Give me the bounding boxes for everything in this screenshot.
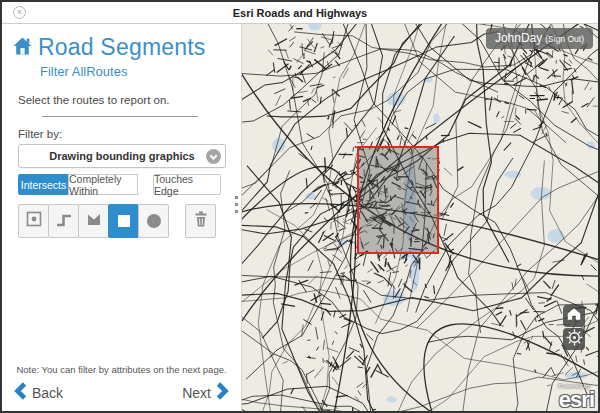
sign-out-button[interactable]: JohnDay (Sign Out) [486,28,593,49]
user-name: JohnDay [495,31,542,45]
page-title: Road Segments [38,34,206,61]
circle-icon [147,214,161,228]
back-button[interactable]: Back [14,382,63,403]
map-controls [563,305,585,350]
window-title: Esri Roads and Highways [233,7,367,19]
filter-by-label: Filter by: [18,128,225,140]
point-icon [25,210,43,232]
home-icon [12,36,33,60]
next-label: Next [182,385,211,401]
draw-polyline-button[interactable] [48,204,79,238]
window-titlebar: × Esri Roads and Highways [2,2,598,24]
clear-graphics-button[interactable] [185,204,216,238]
home-icon [566,306,582,326]
page-subtitle: Filter AllRoutes [40,64,225,79]
esri-logo: Powered by esri [558,383,594,411]
polygon-icon [85,210,103,232]
draw-point-button[interactable] [18,204,49,238]
close-icon[interactable]: × [13,6,26,19]
tab-intersects[interactable]: Intersects [18,174,69,195]
chevron-right-icon [216,382,229,403]
home-extent-button[interactable] [563,305,585,327]
locate-icon [566,329,583,350]
note-text: Note: You can filter by attributes on th… [2,364,241,375]
instruction-text: Select the routes to report on. [18,94,225,106]
next-button[interactable]: Next [182,382,229,403]
draw-toolbar [18,204,222,238]
rectangle-icon [118,215,130,227]
trash-icon [192,210,210,232]
spatial-relation-tabs: Intersects Completely Within Touches Edg… [18,174,225,195]
tab-completely-within[interactable]: Completely Within [68,174,138,195]
sign-out-label: (Sign Out) [545,34,584,44]
draw-circle-button[interactable] [138,204,169,238]
panel-resize-handle[interactable] [235,196,238,213]
app-window: × Esri Roads and Highways Road Segments … [0,0,600,413]
map-view[interactable]: JohnDay (Sign Out) [242,24,598,411]
filter-panel: Road Segments Filter AllRoutes Select th… [2,24,242,411]
chevron-down-icon [206,149,221,164]
esri-brand-text: esri [559,387,594,411]
panel-header: Road Segments [12,34,225,61]
bounding-rectangle-graphic [357,146,439,254]
dropdown-selected-value: Drawing bounding graphics [49,150,194,162]
locate-button[interactable] [563,328,585,350]
polyline-icon [55,210,73,232]
wizard-nav: Back Next [14,382,229,403]
back-label: Back [32,385,63,401]
chevron-left-icon [14,382,27,403]
tab-touches-edge[interactable]: Touches Edge [153,174,221,195]
draw-polygon-button[interactable] [78,204,109,238]
divider [42,116,198,117]
filter-method-dropdown[interactable]: Drawing bounding graphics [18,144,226,168]
draw-rectangle-button[interactable] [108,204,139,238]
